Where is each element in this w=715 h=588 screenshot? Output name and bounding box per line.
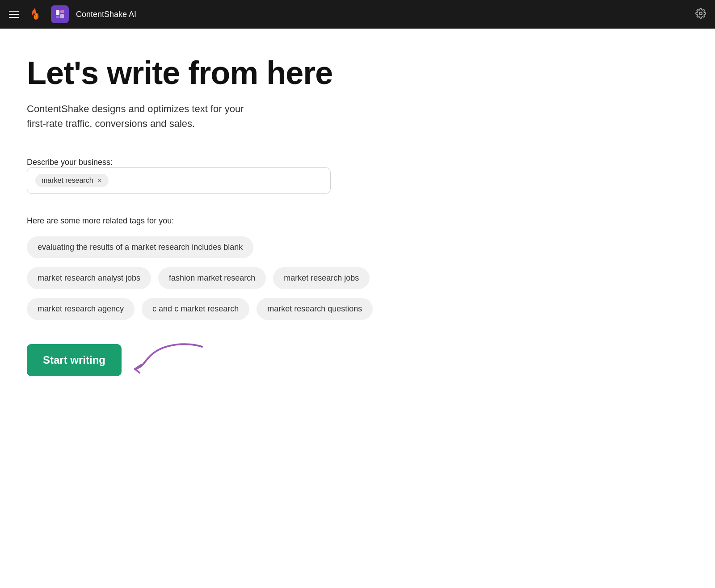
svg-rect-4 xyxy=(60,14,64,18)
tag-research-jobs[interactable]: market research jobs xyxy=(273,267,370,289)
related-tags-label: Here are some more related tags for you: xyxy=(27,216,688,226)
business-label: Describe your business: xyxy=(27,158,113,167)
app-icon xyxy=(51,5,69,23)
tags-container: evaluating the results of a market resea… xyxy=(27,236,688,320)
business-tag-chip: market research ✕ xyxy=(35,174,109,187)
navbar-left: ContentShake AI xyxy=(9,5,136,23)
page-subtitle: ContentShake designs and optimizes text … xyxy=(27,101,259,131)
tag-c-and-c[interactable]: c and c market research xyxy=(142,298,249,320)
start-writing-button[interactable]: Start writing xyxy=(27,344,122,376)
business-input[interactable]: market research ✕ xyxy=(27,167,331,194)
start-writing-section: Start writing xyxy=(27,342,688,378)
hamburger-menu-icon[interactable] xyxy=(9,11,19,18)
tag-evaluating[interactable]: evaluating the results of a market resea… xyxy=(27,236,253,258)
navbar: ContentShake AI xyxy=(0,0,715,29)
settings-icon[interactable] xyxy=(695,8,706,21)
app-title: ContentShake AI xyxy=(76,10,136,19)
page-heading: Let's write from here xyxy=(27,55,688,91)
business-tag-text: market research xyxy=(42,176,93,185)
semrush-logo xyxy=(26,5,44,23)
remove-tag-icon[interactable]: ✕ xyxy=(97,177,102,184)
tag-agency[interactable]: market research agency xyxy=(27,298,135,320)
svg-point-5 xyxy=(62,10,64,13)
svg-rect-1 xyxy=(56,10,59,15)
tag-fashion[interactable]: fashion market research xyxy=(158,267,266,289)
tags-row-3: market research agency c and c market re… xyxy=(27,298,688,320)
arrow-decoration xyxy=(126,338,206,374)
svg-rect-3 xyxy=(56,16,59,18)
tags-row-2: market research analyst jobs fashion mar… xyxy=(27,267,688,289)
tag-questions[interactable]: market research questions xyxy=(257,298,373,320)
tags-row-1: evaluating the results of a market resea… xyxy=(27,236,688,258)
tag-analyst-jobs[interactable]: market research analyst jobs xyxy=(27,267,151,289)
main-content: Let's write from here ContentShake desig… xyxy=(0,29,715,588)
